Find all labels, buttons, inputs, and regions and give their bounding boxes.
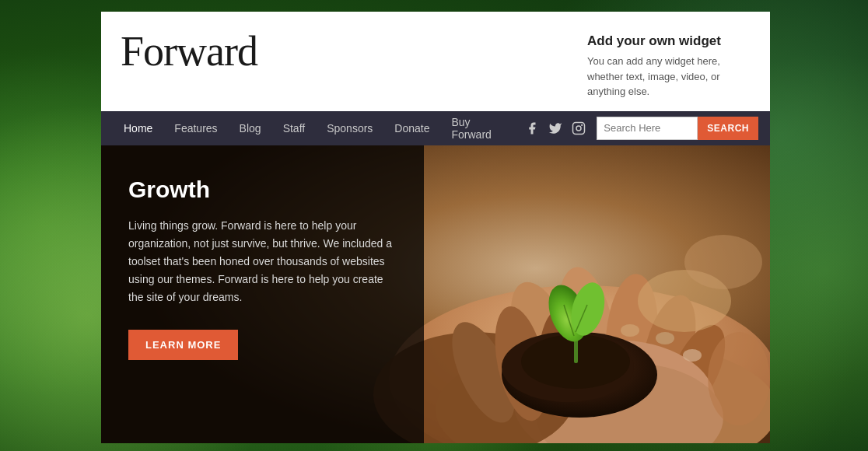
svg-point-2	[581, 124, 583, 125]
hero-overlay: Growth Living things grow. Forward is he…	[101, 145, 424, 444]
nav-staff[interactable]: Staff	[272, 111, 317, 145]
nav-donate[interactable]: Donate	[383, 111, 440, 145]
widget-area: Add your own widget You can add any widg…	[587, 27, 751, 100]
search-button[interactable]: SEARCH	[698, 117, 758, 140]
twitter-icon[interactable]	[547, 120, 564, 137]
main-nav: Home Features Blog Staff Sponsors Donate…	[101, 111, 770, 145]
svg-rect-0	[573, 122, 585, 134]
facebook-icon[interactable]	[523, 120, 541, 137]
nav-features[interactable]: Features	[163, 111, 228, 145]
svg-point-29	[683, 349, 702, 362]
svg-point-1	[576, 126, 581, 131]
nav-links: Home Features Blog Staff Sponsors Donate…	[113, 111, 523, 145]
nav-blog[interactable]: Blog	[229, 111, 272, 145]
instagram-icon[interactable]	[570, 120, 587, 137]
hero-text: Living things grow. Forward is here to h…	[128, 217, 397, 306]
search-area: SEARCH	[597, 117, 758, 140]
social-icons	[523, 120, 587, 137]
svg-point-28	[708, 332, 770, 425]
svg-point-31	[621, 324, 639, 337]
svg-point-30	[656, 332, 674, 344]
hero-title: Growth	[128, 177, 397, 203]
site-title: Forward	[121, 27, 257, 75]
main-card: Forward Add your own widget You can add …	[101, 12, 770, 443]
nav-sponsors[interactable]: Sponsors	[316, 111, 383, 145]
widget-title: Add your own widget	[587, 33, 751, 49]
hero-section: Growth Living things grow. Forward is he…	[101, 145, 770, 444]
learn-more-button[interactable]: LEARN MORE	[128, 330, 238, 360]
nav-home[interactable]: Home	[113, 111, 163, 145]
nav-buy[interactable]: Buy Forward	[441, 111, 524, 145]
widget-desc: You can add any widget here, whether tex…	[587, 54, 751, 100]
search-input[interactable]	[597, 117, 698, 140]
svg-point-27	[684, 235, 762, 289]
site-header: Forward Add your own widget You can add …	[101, 12, 770, 111]
